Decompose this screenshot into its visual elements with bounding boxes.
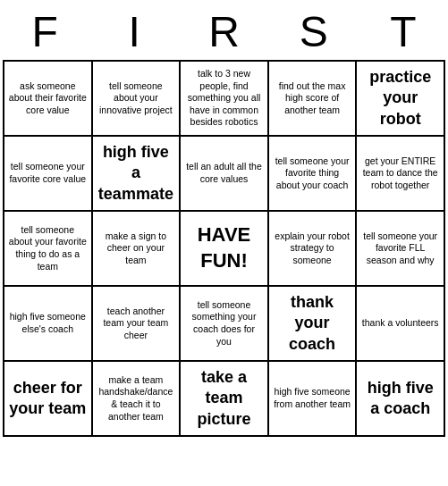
bingo-cell-9: get your ENTIRE team to dance the robot … xyxy=(357,137,445,212)
bingo-cell-22: take a team picture xyxy=(181,362,269,437)
bingo-cell-14: tell someone your favorite FLL season an… xyxy=(357,212,445,287)
bingo-cell-17: tell someone something your coach does f… xyxy=(181,287,269,362)
bingo-cell-10: tell someone about your favorite thing t… xyxy=(4,212,93,287)
bingo-cell-6: high five a teammate xyxy=(93,137,182,212)
bingo-cell-13: explain your robot strategy to someone xyxy=(269,212,358,287)
letter-r: R xyxy=(179,7,268,56)
bingo-cell-0: ask someone about their favorite core va… xyxy=(4,62,93,137)
bingo-cell-12: HAVE FUN! xyxy=(181,212,269,287)
bingo-cell-4: practice your robot xyxy=(357,62,445,137)
bingo-cell-20: cheer for your team xyxy=(4,362,93,437)
bingo-cell-16: teach another team your team cheer xyxy=(93,287,182,362)
bingo-grid: ask someone about their favorite core va… xyxy=(3,60,445,437)
bingo-cell-15: high five someone else's coach xyxy=(4,287,93,362)
bingo-cell-7: tell an adult all the core values xyxy=(181,137,269,212)
bingo-cell-21: make a team handshake/dance & teach it t… xyxy=(93,362,182,437)
bingo-cell-5: tell someone your favorite core value xyxy=(4,137,93,212)
bingo-cell-1: tell someone about your innovative proje… xyxy=(93,62,182,137)
letter-i: I xyxy=(89,7,179,56)
bingo-cell-18: thank your coach xyxy=(269,287,358,362)
header: F I R S T xyxy=(0,0,448,60)
letter-s: S xyxy=(269,7,359,56)
bingo-cell-24: high five a coach xyxy=(357,362,445,437)
bingo-cell-3: find out the max high score of another t… xyxy=(269,62,358,137)
bingo-cell-8: tell someone your favorite thing about y… xyxy=(269,137,358,212)
bingo-cell-23: high five someone from another team xyxy=(269,362,358,437)
letter-f: F xyxy=(0,7,89,56)
letter-t: T xyxy=(359,7,448,56)
bingo-cell-11: make a sign to cheer on your team xyxy=(93,212,182,287)
bingo-cell-19: thank a volunteers xyxy=(357,287,445,362)
bingo-cell-2: talk to 3 new people, find something you… xyxy=(181,62,269,137)
